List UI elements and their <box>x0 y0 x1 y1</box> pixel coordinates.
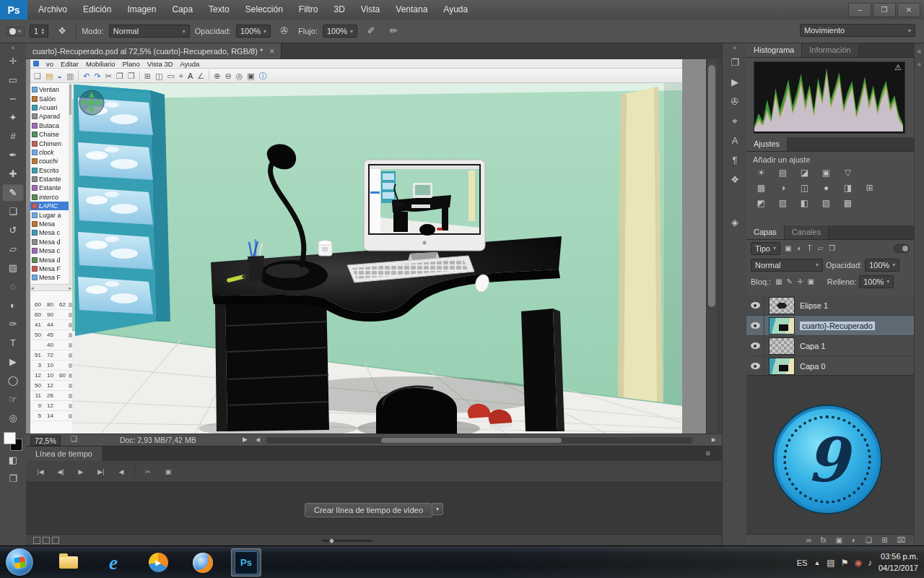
visibility-toggle[interactable] <box>746 356 764 376</box>
tray-keyboard-icon[interactable]: ▤ <box>827 558 834 568</box>
spinner-down-icon[interactable]: ▾ <box>41 31 44 35</box>
timeline-tab[interactable]: Línea de tiempo <box>26 447 102 461</box>
threshold-icon[interactable]: ◧ <box>796 197 813 210</box>
history-brush-tool[interactable]: ↺ <box>1 221 25 240</box>
color-lookup-icon[interactable]: ⊞ <box>861 182 878 194</box>
clone-stamp-tool[interactable]: ❏ <box>1 202 25 221</box>
layer-filter-select[interactable]: Tipo ▾ <box>751 242 780 255</box>
visibility-toggle[interactable] <box>746 296 764 315</box>
vertical-scrollbar[interactable] <box>706 59 718 434</box>
move-tool[interactable]: ✛ <box>1 52 25 71</box>
brush-preset-picker[interactable]: ▾ <box>6 27 25 36</box>
link-layers-button[interactable]: ∞ <box>806 535 811 546</box>
tab-histograma[interactable]: Histograma <box>746 43 802 57</box>
scroll-right-icon[interactable]: ▶ <box>712 436 716 443</box>
add-layer-mask-button[interactable]: ▣ <box>836 535 842 546</box>
visibility-toggle[interactable] <box>746 336 764 355</box>
menu-imagen[interactable]: Imagen <box>119 0 164 20</box>
vibrance-icon[interactable]: ▽ <box>840 167 856 179</box>
ellipse-shape-tool[interactable]: ◯ <box>1 371 25 390</box>
taskbar-media-player[interactable]: ▶ <box>143 548 173 577</box>
selective-color-icon[interactable]: ▩ <box>840 197 856 210</box>
tab-canales[interactable]: Canales <box>785 225 829 239</box>
layer-thumbnail[interactable] <box>769 317 795 335</box>
menu-ventana[interactable]: Ventana <box>388 0 435 20</box>
zoom-tool[interactable]: ◎ <box>1 409 25 428</box>
horizontal-scrollbar[interactable] <box>266 437 693 444</box>
eyedropper-tool[interactable]: ✒ <box>1 146 25 165</box>
panel-actions-icon[interactable]: ▶ <box>725 73 745 91</box>
scrollbar-thumb[interactable] <box>381 438 562 443</box>
quick-mask-icon[interactable]: ◧ <box>1 451 25 470</box>
brush-size-field[interactable]: 1 ▴ ▾ <box>30 25 48 38</box>
tray-action-center-icon[interactable]: ⚑ <box>841 558 849 568</box>
eraser-tool[interactable]: ▱ <box>1 240 25 259</box>
scroll-left-icon[interactable]: ◀ <box>256 436 260 443</box>
lock-all-icon[interactable]: ▣ <box>806 277 815 285</box>
layer-row-capa-0[interactable]: Capa 0 <box>746 356 914 376</box>
invert-icon[interactable]: ◩ <box>753 197 770 210</box>
taskbar-photoshop[interactable]: Ps <box>231 548 261 577</box>
foreground-color-swatch[interactable] <box>4 432 16 444</box>
gradient-map-icon[interactable]: ▧ <box>818 197 834 210</box>
warning-icon[interactable]: ⚠ <box>894 63 902 72</box>
menu-edicion[interactable]: Edición <box>75 0 119 20</box>
color-balance-icon[interactable]: ◑ <box>775 182 791 194</box>
transport-start-button[interactable]: |◀ <box>33 465 48 479</box>
filter-toggle[interactable] <box>894 244 910 253</box>
layer-effects-button[interactable]: fx <box>821 535 827 546</box>
lock-pixels-icon[interactable]: ✎ <box>785 277 794 285</box>
filter-pixel-layers-icon[interactable]: ▣ <box>783 244 793 252</box>
layer-thumbnail[interactable] <box>769 358 795 375</box>
opacity-select[interactable]: 100% ▾ <box>236 25 271 38</box>
transport-next-button[interactable]: ▶| <box>94 465 108 479</box>
layer-thumbnail[interactable] <box>769 337 795 355</box>
new-layer-button[interactable]: ⊞ <box>881 535 887 546</box>
layer-row-elipse-1[interactable]: Elipse 1 <box>746 296 914 316</box>
document-tab[interactable]: cuarto}-Recuperado.psd al 72,5% (cuarto}… <box>26 43 282 59</box>
black-and-white-icon[interactable]: ◫ <box>796 182 813 194</box>
frame-icon[interactable]: ▣ <box>161 465 175 479</box>
toolbox-collapse-icon[interactable]: « <box>11 43 14 52</box>
transport-play-button[interactable]: ▶ <box>74 465 88 479</box>
hue-saturation-icon[interactable]: ▦ <box>753 182 770 194</box>
blur-tool[interactable]: ◌ <box>1 277 25 296</box>
quick-selection-tool[interactable]: ✦ <box>1 108 25 127</box>
panel-3d-icon[interactable]: ◈ <box>725 213 745 231</box>
menu-archivo[interactable]: Archivo <box>30 0 75 20</box>
taskbar-firefox[interactable] <box>188 548 218 577</box>
blend-mode-select[interactable]: Normal ▾ <box>109 25 190 38</box>
panel-measurement-icon[interactable]: ⌖ <box>725 112 745 130</box>
start-button[interactable] <box>6 548 33 576</box>
tray-volume-icon[interactable]: ♪ <box>868 558 872 568</box>
airbrush-icon[interactable]: ✐ <box>362 23 380 39</box>
scrollbar-thumb[interactable] <box>708 65 715 307</box>
create-video-timeline-button[interactable]: Crear línea de tiempo de vídeo <box>305 503 432 517</box>
close-tab-icon[interactable]: × <box>269 46 274 56</box>
brush-panel-toggle-icon[interactable]: ❖ <box>53 23 71 39</box>
menu-3d[interactable]: 3D <box>326 0 352 20</box>
panel-character-icon[interactable]: A <box>725 131 745 150</box>
posterize-icon[interactable]: ▨ <box>775 197 791 210</box>
panel-brush-presets-icon[interactable]: ❖ <box>725 171 745 189</box>
pressure-size-icon[interactable]: ✏ <box>385 23 402 39</box>
path-selection-tool[interactable]: ▶ <box>1 353 25 371</box>
gradient-tool[interactable]: ▨ <box>1 259 25 277</box>
levels-icon[interactable]: ▤ <box>775 167 791 179</box>
type-tool[interactable]: T <box>1 334 25 353</box>
transport-prev-button[interactable]: ◀| <box>53 465 68 479</box>
tray-updates-icon[interactable]: ◉ <box>854 558 861 568</box>
menu-capa[interactable]: Capa <box>164 0 201 20</box>
restore-button[interactable]: ❐ <box>873 3 896 17</box>
filter-adjustment-layers-icon[interactable]: ◐ <box>796 244 803 252</box>
menu-texto[interactable]: Texto <box>201 0 237 20</box>
workspace-select[interactable]: Movimiento ▾ <box>800 24 915 37</box>
channel-mixer-icon[interactable]: ◨ <box>840 182 856 194</box>
menu-seleccion[interactable]: Selección <box>237 0 291 20</box>
timeline-mini-icon[interactable] <box>33 537 40 544</box>
hand-tool[interactable]: ☞ <box>1 390 25 409</box>
zoom-level-field[interactable]: 72,5% <box>30 436 61 446</box>
pressure-opacity-icon[interactable]: ✇ <box>276 23 293 39</box>
tab-capas[interactable]: Capas <box>746 225 785 239</box>
menu-ayuda[interactable]: Ayuda <box>435 0 476 20</box>
